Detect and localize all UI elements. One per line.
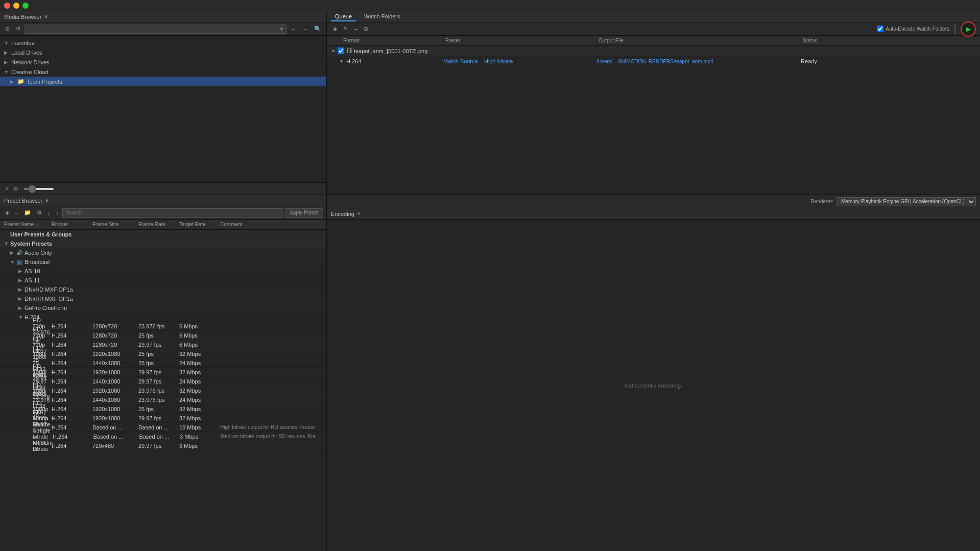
renderer-select[interactable]: Mercury Playback Engine GPU Acceleration… xyxy=(836,197,976,206)
encoding-menu-icon[interactable]: ≡ xyxy=(357,211,361,217)
file-icon: 🎞 xyxy=(346,48,352,54)
col-preset-header: Preset xyxy=(445,38,599,43)
app: Media Browser ≡ ⊘ ↺ ▼ ← → 🔍 ▼ Favorites xyxy=(0,11,980,551)
queue-row-main[interactable]: ▼ 🎞 teapot_anm_[0001-0072].png xyxy=(327,46,980,56)
encoding-panel: Encoding ≡ Not currently encoding. xyxy=(327,208,980,551)
nav-back-button[interactable]: ← xyxy=(289,25,298,33)
chevron-right-icon: ▶ xyxy=(4,50,10,55)
preset-name-ntsc-dv: NTSC DV xyxy=(33,440,52,452)
gopro-label: GoPro CineForm xyxy=(25,305,322,311)
tree-item-favorites[interactable]: ▼ Favorites xyxy=(0,38,326,47)
tab-queue[interactable]: Queue xyxy=(331,12,356,21)
preset-group-dnxhd[interactable]: ▶ DNxHD MXF OP1a xyxy=(0,285,326,294)
chevron-right-icon: ▶ xyxy=(18,287,25,292)
chevron-down-icon: ▼ xyxy=(331,49,336,54)
queue-filename: teapot_anm_[0001-0072].png xyxy=(354,48,427,54)
system-presets-label: System Presets xyxy=(10,241,322,247)
preset-ntsc-dv[interactable]: NTSC DV H.264 720x480 29.97 fps 3 Mbps xyxy=(0,441,326,450)
as10-label: AS-10 xyxy=(25,268,322,274)
preset-group-dnxhr[interactable]: ▶ DNxHR MXF OP1a xyxy=(0,294,326,303)
zoom-slider-container xyxy=(23,188,54,190)
preset-group-broadcast[interactable]: ▼ 📺 Broadcast xyxy=(0,257,326,267)
filter-button[interactable]: ⊘ xyxy=(3,25,12,33)
renderer-bar: Renderer: Mercury Playback Engine GPU Ac… xyxy=(327,195,980,208)
queue-toolbar-right: Auto-Encode Watch Folders xyxy=(877,21,976,37)
col-targetrate-header: Target Rate xyxy=(179,222,220,227)
preset-group-as11[interactable]: ▶ AS-11 xyxy=(0,276,326,285)
queue-toolbar: + ✎ − ⧉ Auto-Encode Watch Folders xyxy=(327,22,980,36)
preset-export-button[interactable]: ↑ xyxy=(54,209,61,217)
chevron-right-icon: ▶ xyxy=(18,305,25,310)
right-panel: Renderer: Mercury Playback Engine GPU Ac… xyxy=(327,195,980,551)
minimize-button[interactable] xyxy=(13,3,19,9)
col-framesize-header: Frame Size xyxy=(92,222,138,227)
preset-group-as10[interactable]: ▶ AS-10 xyxy=(0,267,326,276)
preset-add-button[interactable]: + xyxy=(3,208,11,218)
queue-item-checkbox[interactable] xyxy=(338,47,344,54)
col-format-header: Format xyxy=(343,38,445,43)
chevron-right-icon: ▶ xyxy=(10,79,16,84)
preset-group-audio-only[interactable]: ▶ 🔊 Audio Only xyxy=(0,248,326,257)
preset-link[interactable]: Match Source – High bitrate xyxy=(443,58,513,64)
preset-group-system-presets[interactable]: ▼ System Presets xyxy=(0,239,326,248)
nav-forward-button[interactable]: → xyxy=(300,25,310,33)
queue-add-button[interactable]: + xyxy=(331,24,339,34)
queue-list: ▼ 🎞 teapot_anm_[0001-0072].png ▼ H.264 M… xyxy=(327,46,980,195)
queue-item-group: ▼ 🎞 teapot_anm_[0001-0072].png ▼ H.264 M… xyxy=(327,46,980,66)
refresh-button[interactable]: ↺ xyxy=(14,25,22,33)
chevron-down-icon: ▼ xyxy=(4,241,10,246)
team-projects-label: Team Projects xyxy=(27,79,62,85)
tree-item-network-drives[interactable]: ▶ Network Drives xyxy=(0,57,326,67)
top-section: Media Browser ≡ ⊘ ↺ ▼ ← → 🔍 ▼ Favorites xyxy=(0,11,980,195)
broadcast-icon: 📺 xyxy=(16,259,22,265)
chevron-right-icon: ▶ xyxy=(18,269,25,274)
preset-browser-menu-icon[interactable]: ≡ xyxy=(45,198,49,203)
col-preset-name-header: Preset Name ↑ xyxy=(4,222,52,227)
preset-browser-header: Preset Browser ≡ xyxy=(0,195,326,206)
queue-duplicate-button[interactable]: ⧉ xyxy=(362,25,370,33)
search-button[interactable]: 🔍 xyxy=(312,25,323,33)
media-browser-menu-icon[interactable]: ≡ xyxy=(44,14,47,19)
preset-group-user-presets[interactable]: User Presets & Groups xyxy=(0,230,326,239)
maximize-button[interactable] xyxy=(22,3,29,9)
audio-icon: 🔊 xyxy=(16,250,22,255)
tree-item-team-projects[interactable]: ▶ 📁 Team Projects xyxy=(0,77,326,86)
preset-group-button[interactable]: 📁 xyxy=(22,208,33,217)
queue-panel: Queue Watch Folders + ✎ − ⧉ Auto-Encode … xyxy=(327,11,980,195)
queue-remove-button[interactable]: − xyxy=(352,25,359,33)
list-view-button[interactable]: ≡ xyxy=(4,185,10,193)
folder-icon: 📁 xyxy=(17,78,25,85)
dnxhd-label: DNxHD MXF OP1a xyxy=(25,286,322,293)
path-dropdown[interactable]: ▼ xyxy=(25,25,286,34)
preset-search-input[interactable] xyxy=(62,208,284,218)
h264-label: H.264 xyxy=(25,314,322,320)
media-browser-panel: Media Browser ≡ ⊘ ↺ ▼ ← → 🔍 ▼ Favorites xyxy=(0,11,327,195)
encoding-content: Not currently encoding. xyxy=(327,220,980,551)
preset-remove-button[interactable]: − xyxy=(13,209,20,217)
tab-watch-folders[interactable]: Watch Folders xyxy=(360,12,404,21)
dnxhr-label: DNxHR MXF OP1a xyxy=(25,296,322,302)
apply-preset-button[interactable]: Apply Preset xyxy=(285,208,323,218)
auto-encode-label[interactable]: Auto-Encode Watch Folders xyxy=(877,26,949,32)
queue-edit-button[interactable]: ✎ xyxy=(341,25,350,33)
encoding-title: Encoding xyxy=(331,211,354,217)
sub-status: Ready xyxy=(801,58,976,64)
chevron-down-icon: ▼ xyxy=(10,259,16,265)
output-file-link[interactable]: /Users/…ANIMATION_RENDERS/teapot_anm.mp4 xyxy=(596,59,713,64)
grid-view-button[interactable]: ⊞ xyxy=(12,185,19,193)
zoom-slider[interactable] xyxy=(23,188,54,190)
preset-import-button[interactable]: ↓ xyxy=(45,209,53,217)
tree-item-local-drives[interactable]: ▶ Local Drives xyxy=(0,47,326,57)
media-file-tree: ▼ Favorites ▶ Local Drives ▶ Network Dri… xyxy=(0,36,326,182)
user-presets-label: User Presets & Groups xyxy=(10,231,322,237)
preset-group-gopro[interactable]: ▶ GoPro CineForm xyxy=(0,303,326,313)
tree-item-creative-cloud[interactable]: ▼ Creative Cloud xyxy=(0,67,326,77)
bottom-section: Preset Browser ≡ + − 📁 ⚙ ↓ ↑ Apply Prese… xyxy=(0,195,980,551)
preset-settings-button[interactable]: ⚙ xyxy=(35,208,44,217)
encode-button[interactable] xyxy=(961,21,976,37)
creative-cloud-label: Creative Cloud xyxy=(11,69,49,75)
col-output-header: Output File xyxy=(599,38,803,43)
close-button[interactable] xyxy=(4,3,10,9)
auto-encode-checkbox[interactable] xyxy=(877,26,883,32)
encoding-status-text: Not currently encoding. xyxy=(625,382,682,389)
